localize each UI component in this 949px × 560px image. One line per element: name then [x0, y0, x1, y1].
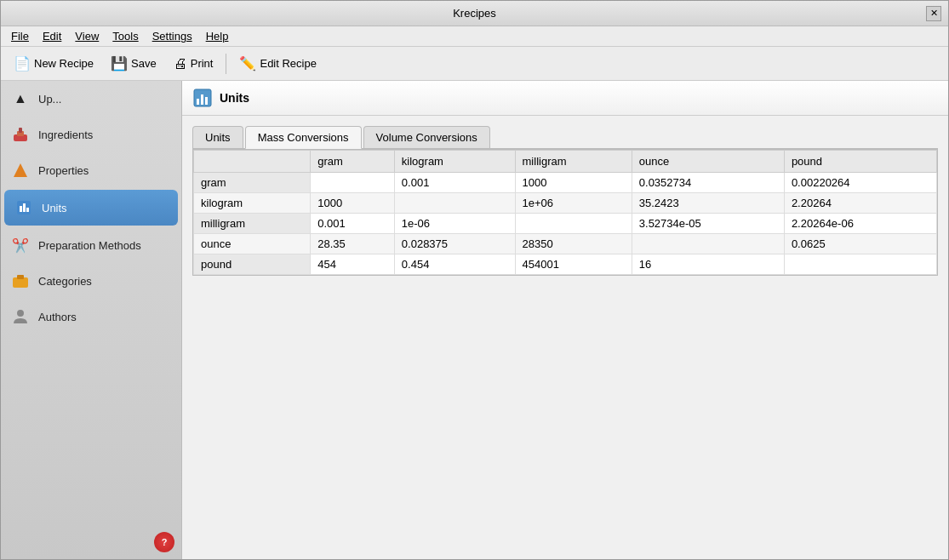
cell-gram-pound: 0.00220264 [784, 173, 936, 193]
row-header-gram: gram [194, 173, 311, 193]
sidebar-label-categories: Categories [38, 275, 92, 288]
col-header-gram: gram [311, 151, 395, 173]
sidebar-label-authors: Authors [38, 311, 77, 323]
cell-gram-ounce: 0.0352734 [632, 173, 784, 193]
edit-recipe-button[interactable]: ✏️ Edit Recipe [232, 51, 323, 76]
sidebar-item-units[interactable]: Units [4, 190, 178, 226]
save-label: Save [131, 57, 157, 70]
col-header-kilogram: kilogram [394, 151, 515, 173]
svg-rect-7 [26, 208, 29, 212]
table-row: milligram 0.001 1e-06 3.52734e-05 2.2026… [194, 214, 937, 234]
svg-rect-2 [19, 128, 22, 133]
cell-gram-gram [311, 173, 395, 193]
content-header-icon [192, 88, 213, 108]
cell-pound-pound [784, 254, 936, 275]
print-label: Print [191, 57, 214, 70]
cell-kilogram-pound: 2.20264 [784, 193, 936, 214]
close-button[interactable]: ✕ [926, 6, 941, 21]
up-icon: ▲ [11, 89, 30, 108]
sidebar-label-preparation-methods: Preparation Methods [38, 239, 141, 252]
cell-gram-milligram: 1000 [515, 173, 632, 193]
sidebar-item-categories[interactable]: Categories [1, 263, 181, 299]
cell-kilogram-ounce: 35.2423 [632, 193, 784, 214]
sidebar-bottom: ? [1, 525, 181, 559]
menu-tools[interactable]: Tools [106, 28, 145, 44]
cell-ounce-kilogram: 0.028375 [394, 234, 515, 254]
sidebar-item-preparation-methods[interactable]: ✂️ Preparation Methods [1, 227, 181, 263]
menu-file[interactable]: File [4, 28, 36, 44]
window-title: Krecipes [453, 7, 496, 20]
svg-rect-5 [20, 206, 22, 212]
print-button[interactable]: 🖨 Print [166, 52, 221, 76]
toolbar: 📄 New Recipe 💾 Save 🖨 Print ✏️ Edit Reci… [1, 47, 948, 81]
cell-milligram-kilogram: 1e-06 [394, 214, 515, 234]
cell-ounce-ounce [632, 234, 784, 254]
table-row: kilogram 1000 1e+06 35.2423 2.20264 [194, 193, 937, 214]
new-recipe-button[interactable]: 📄 New Recipe [6, 51, 101, 76]
content-area: Units Units Mass Conversions Volume Conv… [182, 81, 948, 559]
sidebar-label-properties: Properties [38, 164, 89, 177]
cell-kilogram-kilogram [394, 193, 515, 214]
menu-view[interactable]: View [68, 28, 106, 44]
save-button[interactable]: 💾 Save [103, 51, 164, 76]
svg-point-10 [17, 310, 24, 317]
tab-mass-conversions[interactable]: Mass Conversions [245, 126, 362, 149]
cell-ounce-pound: 0.0625 [784, 234, 936, 254]
help-icon[interactable]: ? [154, 532, 174, 552]
sidebar-item-authors[interactable]: Authors [1, 299, 181, 334]
print-icon: 🖨 [174, 56, 187, 71]
ingredients-icon [11, 125, 30, 144]
title-bar: Krecipes ✕ [1, 1, 948, 26]
menu-help[interactable]: Help [199, 28, 236, 44]
svg-rect-14 [205, 97, 208, 105]
categories-icon [11, 271, 30, 290]
svg-rect-6 [23, 203, 26, 212]
tab-volume-conversions[interactable]: Volume Conversions [363, 126, 490, 148]
col-header-ounce: ounce [632, 151, 784, 173]
new-recipe-label: New Recipe [34, 57, 94, 70]
col-header-pound: pound [784, 151, 936, 173]
cell-ounce-milligram: 28350 [515, 234, 632, 254]
content-body: Units Mass Conversions Volume Conversion… [182, 116, 948, 559]
properties-icon [11, 161, 30, 180]
new-recipe-icon: 📄 [14, 55, 31, 71]
sidebar-item-properties[interactable]: Properties [1, 152, 181, 188]
content-header: Units [182, 81, 948, 116]
tab-units[interactable]: Units [192, 126, 243, 148]
cell-milligram-gram: 0.001 [311, 214, 395, 234]
col-header-milligram: milligram [515, 151, 632, 173]
units-icon [14, 198, 33, 217]
cell-milligram-ounce: 3.52734e-05 [632, 214, 784, 234]
toolbar-separator [226, 54, 226, 74]
svg-rect-9 [17, 275, 24, 279]
preparation-methods-icon: ✂️ [11, 236, 30, 254]
menu-settings[interactable]: Settings [146, 28, 199, 44]
table-row: ounce 28.35 0.028375 28350 0.0625 [194, 234, 937, 254]
cell-pound-ounce: 16 [632, 254, 784, 275]
sidebar-item-up[interactable]: ▲ Up... [1, 81, 181, 117]
app-window: Krecipes ✕ File Edit View Tools Settings… [0, 0, 949, 560]
row-header-kilogram: kilogram [194, 193, 311, 214]
cell-gram-kilogram: 0.001 [394, 173, 515, 193]
cell-milligram-pound: 2.20264e-06 [784, 214, 936, 234]
sidebar-label-up: Up... [38, 93, 61, 106]
main-content: ▲ Up... Ingredients [1, 81, 948, 559]
table-header-row: gram kilogram milligram ounce pound [194, 151, 937, 173]
svg-marker-3 [14, 163, 27, 177]
sidebar: ▲ Up... Ingredients [1, 81, 182, 559]
cell-pound-milligram: 454001 [515, 254, 632, 275]
cell-pound-kilogram: 0.454 [394, 254, 515, 275]
sidebar-item-ingredients[interactable]: Ingredients [1, 117, 181, 152]
row-header-milligram: milligram [194, 214, 311, 234]
content-header-title: Units [220, 91, 249, 105]
menu-edit[interactable]: Edit [36, 28, 68, 44]
svg-rect-12 [197, 99, 199, 105]
row-header-ounce: ounce [194, 234, 311, 254]
row-header-pound: pound [194, 254, 311, 275]
cell-kilogram-gram: 1000 [311, 193, 395, 214]
col-header-empty [194, 151, 311, 173]
sidebar-label-ingredients: Ingredients [38, 129, 93, 141]
table-row: gram 0.001 1000 0.0352734 0.00220264 [194, 173, 937, 193]
save-icon: 💾 [111, 55, 128, 71]
tab-bar: Units Mass Conversions Volume Conversion… [192, 126, 938, 149]
